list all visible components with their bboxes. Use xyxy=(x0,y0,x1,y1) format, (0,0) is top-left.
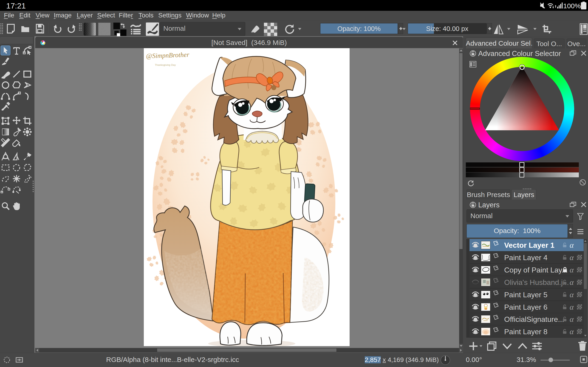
svg-text:Thanksgiving Day: Thanksgiving Day xyxy=(155,64,176,66)
